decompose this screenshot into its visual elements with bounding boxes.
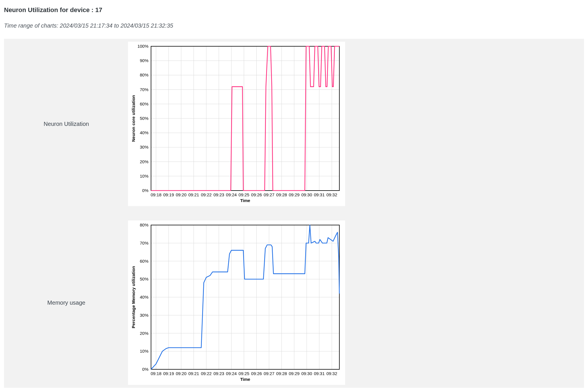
row-neuron-util: Neuron Utilization 0%10%20%30%40%50%60%7… [5, 42, 583, 206]
svg-text:30%: 30% [140, 313, 148, 318]
svg-text:09:21: 09:21 [188, 192, 199, 197]
chart-memory: 0%10%20%30%40%50%60%70%80%09:1809:1909:2… [128, 220, 345, 385]
svg-text:20%: 20% [140, 331, 148, 336]
svg-text:09:32: 09:32 [326, 192, 337, 197]
svg-text:80%: 80% [140, 222, 148, 227]
charts-panel: Neuron Utilization 0%10%20%30%40%50%60%7… [4, 39, 584, 388]
svg-text:50%: 50% [140, 276, 148, 281]
svg-text:70%: 70% [140, 87, 148, 92]
svg-text:Percentage Memory utilization: Percentage Memory utilization [131, 266, 136, 329]
svg-text:09:29: 09:29 [289, 192, 300, 197]
row-memory: Memory usage 0%10%20%30%40%50%60%70%80%0… [5, 220, 583, 385]
svg-text:09:23: 09:23 [213, 192, 224, 197]
svg-text:Time: Time [240, 377, 250, 382]
svg-text:09:32: 09:32 [326, 371, 337, 376]
svg-text:09:18: 09:18 [151, 371, 162, 376]
svg-text:100%: 100% [138, 44, 148, 49]
svg-text:10%: 10% [140, 349, 148, 354]
svg-text:40%: 40% [140, 295, 148, 299]
svg-text:09:26: 09:26 [251, 371, 262, 376]
svg-text:09:30: 09:30 [301, 192, 312, 197]
svg-text:09:25: 09:25 [239, 371, 249, 376]
svg-text:20%: 20% [140, 159, 148, 164]
svg-text:09:21: 09:21 [188, 371, 199, 376]
svg-text:50%: 50% [140, 116, 148, 121]
row-label-text: Memory usage [47, 299, 85, 306]
svg-text:09:22: 09:22 [201, 192, 212, 197]
svg-text:09:24: 09:24 [226, 371, 237, 376]
svg-text:30%: 30% [140, 145, 148, 149]
svg-text:09:30: 09:30 [301, 371, 312, 376]
svg-text:90%: 90% [140, 58, 148, 63]
svg-text:09:19: 09:19 [163, 192, 174, 197]
svg-text:Time: Time [240, 198, 250, 203]
svg-text:09:29: 09:29 [289, 371, 300, 376]
svg-text:09:19: 09:19 [163, 371, 174, 376]
svg-text:09:27: 09:27 [264, 371, 274, 376]
svg-text:0%: 0% [142, 367, 148, 372]
svg-text:09:26: 09:26 [251, 192, 262, 197]
row-label-memory: Memory usage [5, 220, 128, 385]
chart-neuron-util: 0%10%20%30%40%50%60%70%80%90%100%09:1809… [128, 42, 345, 206]
time-range: Time range of charts: 2024/03/15 21:17:3… [4, 22, 584, 29]
svg-text:09:23: 09:23 [213, 371, 224, 376]
svg-text:09:31: 09:31 [314, 371, 325, 376]
svg-text:09:20: 09:20 [176, 371, 187, 376]
page-title: Neuron Utilization for device : 17 [4, 6, 584, 14]
svg-text:09:20: 09:20 [176, 192, 187, 197]
svg-text:09:28: 09:28 [276, 192, 287, 197]
svg-text:09:27: 09:27 [264, 192, 274, 197]
svg-text:09:24: 09:24 [226, 192, 237, 197]
svg-text:09:31: 09:31 [314, 192, 325, 197]
svg-text:0%: 0% [142, 188, 148, 193]
svg-text:09:28: 09:28 [276, 371, 287, 376]
svg-text:60%: 60% [140, 101, 148, 106]
svg-text:09:22: 09:22 [201, 371, 212, 376]
svg-text:10%: 10% [140, 174, 148, 178]
svg-text:40%: 40% [140, 130, 148, 135]
svg-text:70%: 70% [140, 241, 148, 245]
svg-text:09:25: 09:25 [239, 192, 249, 197]
row-label-neuron: Neuron Utilization [5, 42, 128, 206]
svg-text:60%: 60% [140, 259, 148, 264]
row-label-text: Neuron Utilization [44, 121, 89, 127]
svg-text:09:18: 09:18 [151, 192, 162, 197]
svg-text:Neuron core utilization: Neuron core utilization [131, 95, 136, 142]
svg-text:80%: 80% [140, 72, 148, 77]
